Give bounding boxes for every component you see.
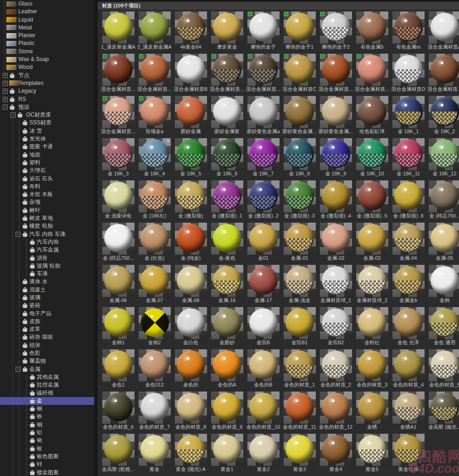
tree-item-其他金属[interactable]: 其他金属 <box>0 373 94 381</box>
material-item[interactable]: 金柄2 <box>136 307 173 349</box>
tree-item-RS[interactable]: +RS <box>0 95 94 103</box>
material-thumbnail[interactable] <box>392 11 425 44</box>
material-item[interactable]: 金 (18K红) <box>136 180 173 223</box>
tree-item-铝[interactable]: 铝 <box>0 429 94 437</box>
material-thumbnail[interactable] <box>356 11 388 44</box>
material-thumbnail[interactable] <box>356 349 388 381</box>
material-thumbnail[interactable] <box>392 349 425 381</box>
material-item[interactable]: 金 (微划痕) .1 <box>209 180 245 223</box>
material-thumbnail[interactable] <box>320 392 352 424</box>
material-thumbnail[interactable] <box>284 223 316 255</box>
material-item[interactable]: 金属材质球_2 <box>354 265 390 307</box>
tree-item-SSS材质[interactable]: SSS材质 <box>0 119 94 127</box>
material-item[interactable]: 玫瑰金a <box>136 96 173 138</box>
collapse-toggle-icon[interactable]: − <box>11 112 16 118</box>
material-thumbnail[interactable] <box>429 349 459 381</box>
tree-item-Wax & Soap[interactable]: Wax & Soap <box>0 56 94 63</box>
material-thumbnail[interactable] <box>284 392 316 424</box>
material-item[interactable]: 金 18K_10 <box>354 138 390 180</box>
tree-item-汽车 内饰 车漆[interactable]: −汽车 内饰 车漆 <box>0 230 94 238</box>
tree-item-金属[interactable]: −金属 <box>0 365 94 373</box>
material-thumbnail[interactable] <box>211 138 243 170</box>
tree-item-铜[interactable]: 铜 <box>0 421 94 429</box>
material-item[interactable]: 金 (微划痕) <box>173 180 209 223</box>
material-item[interactable]: 金色的材质_1 <box>281 349 318 392</box>
tree-item-杂项[interactable]: 杂项 <box>0 198 94 206</box>
material-item[interactable]: 金 (微划痕) .2 <box>245 180 281 223</box>
material-thumbnail[interactable] <box>102 11 134 44</box>
tree-item-车漆[interactable]: 车漆 <box>0 270 94 278</box>
expand-toggle-icon[interactable]: + <box>3 73 8 78</box>
tree-item-汽车内饰[interactable]: 汽车内饰 <box>0 238 94 246</box>
tree-item-树皮 草地[interactable]: 树皮 草地 <box>0 214 94 222</box>
material-item[interactable]: 金属材质球_1 <box>318 265 354 307</box>
material-thumbnail[interactable] <box>139 307 171 339</box>
tree-item-砖块 墙面[interactable]: 砖块 墙面 <box>0 333 94 341</box>
material-item[interactable]: 金色的 <box>173 349 209 392</box>
material-thumbnail[interactable] <box>211 11 243 44</box>
material-thumbnail[interactable] <box>247 349 280 381</box>
expand-toggle-icon[interactable]: + <box>3 97 8 102</box>
material-thumbnail[interactable] <box>175 138 207 170</box>
expand-toggle-icon[interactable]: + <box>3 81 8 86</box>
material-thumbnail[interactable] <box>356 96 388 128</box>
material-item[interactable]: 擦伤的金子 <box>245 11 281 54</box>
collapse-toggle-icon[interactable]: − <box>16 232 21 237</box>
material-thumbnail[interactable] <box>320 307 352 339</box>
tree-item-Legacy[interactable]: +Legacy <box>0 87 94 95</box>
material-thumbnail[interactable] <box>429 392 459 424</box>
material-item[interactable]: 金色1 <box>100 349 136 392</box>
material-item[interactable]: 金属金b <box>390 265 426 307</box>
material-item[interactable]: 黄金3 <box>281 434 318 476</box>
tree-item-镀金图案[interactable]: 镀金图案 <box>0 469 94 476</box>
tree-item-Liquid[interactable]: Liquid <box>0 16 94 24</box>
material-item[interactable]: 混合金属材质B <box>173 54 209 96</box>
material-item[interactable]: 金柄 <box>426 265 459 307</box>
material-thumbnail[interactable] <box>211 223 243 255</box>
material-item[interactable]: 金属-17 <box>245 265 281 307</box>
tree-item-玻璃[interactable]: 玻璃 <box>0 294 94 302</box>
tree-item-液体 水[interactable]: 液体 水 <box>0 278 94 286</box>
material-thumbnail[interactable] <box>102 307 134 339</box>
material-item[interactable]: 金色 通用 <box>426 307 459 349</box>
material-thumbnail[interactable] <box>139 434 171 466</box>
tree-item-Stone[interactable]: Stone <box>0 48 94 56</box>
material-item[interactable]: 金属-01 <box>281 223 318 265</box>
tree-item-地面[interactable]: 地面 <box>0 151 94 159</box>
material-item[interactable]: 金色的材质_3 <box>354 349 390 392</box>
material-thumbnail[interactable] <box>356 223 388 255</box>
material-item[interactable]: 金锈A1 <box>390 392 426 434</box>
material-thumbnail[interactable] <box>247 54 280 86</box>
material-thumbnail[interactable] <box>356 307 388 339</box>
material-thumbnail[interactable] <box>284 54 316 86</box>
material-item[interactable]: 有色金属m <box>390 11 426 54</box>
material-item[interactable]: 金色的材质_9 <box>209 392 245 434</box>
material-thumbnail[interactable] <box>139 223 171 255</box>
material-thumbnail[interactable] <box>429 138 459 170</box>
tree-item-Plastic[interactable]: Plastic <box>0 39 94 47</box>
tree-item-拉丝金属[interactable]: 拉丝金属 <box>0 381 94 389</box>
material-item[interactable]: 金 18K_11 <box>390 138 426 180</box>
material-thumbnail[interactable] <box>139 265 171 297</box>
material-thumbnail[interactable] <box>102 265 134 297</box>
material-thumbnail[interactable] <box>247 434 280 466</box>
material-thumbnail[interactable] <box>356 265 388 297</box>
material-item[interactable]: 金色的材质_12 <box>318 392 354 434</box>
material-thumbnail[interactable] <box>284 307 316 339</box>
tree-item-预设[interactable]: −预设 <box>0 103 94 111</box>
material-thumbnail[interactable] <box>211 434 243 466</box>
material-thumbnail[interactable] <box>247 265 280 297</box>
material-item[interactable]: 金属-08 <box>173 265 209 307</box>
material-item[interactable]: 金 18K_8 <box>281 138 318 180</box>
material-thumbnail[interactable] <box>211 54 243 86</box>
material-item[interactable]: 金 浅黄绿色 <box>100 180 136 223</box>
material-item[interactable]: 金箔B1 <box>281 307 318 349</box>
material-thumbnail[interactable] <box>175 265 207 297</box>
material-item[interactable]: 金色的材质_2 <box>318 349 354 392</box>
material-thumbnail[interactable] <box>392 96 425 128</box>
tree-item-发光体[interactable]: 发光体 <box>0 135 94 143</box>
material-item[interactable]: 金 (微划痕) .6 <box>390 180 426 223</box>
material-item[interactable]: 金-黄色 <box>209 223 245 265</box>
material-thumbnail[interactable] <box>102 349 134 381</box>
tree-item-大理石[interactable]: 大理石 <box>0 167 94 174</box>
